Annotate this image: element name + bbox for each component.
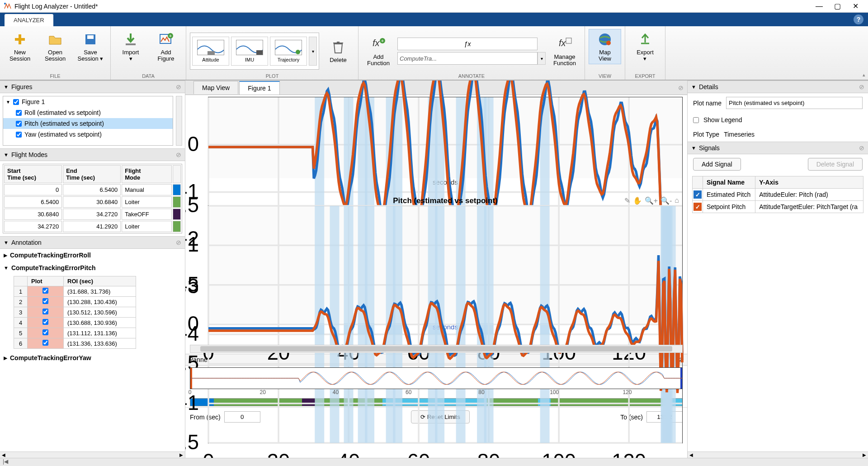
fx-gallery-icon[interactable]: ƒx [397, 38, 538, 50]
map-view-button[interactable]: MapView [589, 29, 621, 64]
plot-roi-checkbox[interactable] [42, 319, 48, 325]
plot-roi-checkbox[interactable] [42, 309, 48, 314]
add-signal-button[interactable]: Add Signal [693, 158, 741, 171]
annotation-row[interactable]: 6(131.336, 133.636) [14, 338, 136, 349]
annotation-table: PlotROI (sec)1(31.688, 31.736)2(130.288,… [14, 276, 136, 349]
svg-text:0: 0 [203, 450, 214, 458]
plot-section-label: PLOT [190, 73, 354, 79]
flight-mode-row[interactable]: 30.684034.2720TakeOFF [4, 209, 181, 220]
brush-icon[interactable]: ✎ [624, 196, 630, 205]
tab-figure1[interactable]: Figure 1 [239, 81, 279, 95]
help-icon[interactable]: ? [854, 14, 863, 24]
chart-scrollbar[interactable] [190, 345, 683, 353]
new-session-button[interactable]: NewSession [4, 29, 36, 64]
figures-item[interactable]: Yaw (estimated vs setpoint) [3, 129, 173, 140]
caret-icon: ▼ [4, 84, 9, 90]
data-section-label: DATA [114, 73, 182, 79]
pitch-chart[interactable]: -1.5-1-0.500.511.5020406080100120 [208, 205, 683, 323]
manage-function-button[interactable]: fx ManageFunction [548, 33, 581, 69]
fx-input[interactable] [397, 52, 538, 65]
close-button[interactable]: ✕ [846, 2, 864, 10]
annotation-header[interactable]: ▼ Annotation ⊘ [0, 236, 185, 249]
collapse-toolstrip-icon[interactable]: ▴ [863, 72, 865, 78]
signals-header[interactable]: ▼ Signals ⊘ [688, 142, 868, 154]
signal-row[interactable]: ✓Setpoint PitchAttitudeTargetEuler: Pitc… [693, 201, 863, 213]
figures-header[interactable]: ▼ Figures ⊘ [0, 81, 185, 93]
import-button[interactable]: Import▾ [114, 29, 147, 64]
gallery-attitude[interactable]: Attitude [192, 37, 229, 66]
figures-item[interactable]: ▼Figure 1 [3, 96, 173, 107]
plot-roi-checkbox[interactable] [42, 329, 48, 335]
fx-more[interactable]: ▾ [538, 52, 546, 65]
svg-text:fx: fx [373, 38, 380, 48]
plot-roi-checkbox[interactable] [42, 298, 48, 304]
tab-analyzer[interactable]: ANALYZER [5, 14, 53, 26]
figures-item[interactable]: Pitch (estimated vs setpoint) [3, 118, 173, 129]
svg-text:40: 40 [337, 450, 360, 458]
svg-rect-8 [208, 51, 215, 55]
annotation-group[interactable]: ▼ComputeTrackingErrorPitch [0, 262, 185, 274]
caret-icon: ▼ [4, 240, 9, 245]
panner-plot[interactable] [190, 367, 683, 389]
chart-title: Pitch (estimated vs setpoint) [208, 196, 683, 205]
figure-checkbox[interactable] [16, 110, 22, 116]
figure-checkbox[interactable] [13, 99, 19, 105]
figures-item[interactable]: Roll (estimated vs setpoint) [3, 107, 173, 118]
svg-rect-9 [256, 50, 263, 55]
annotation-row[interactable]: 2(130.288, 130.436) [14, 297, 136, 307]
signal-checkbox[interactable]: ✓ [693, 203, 702, 211]
tab-map-view[interactable]: Map View [193, 81, 238, 94]
zoom-out-icon[interactable]: 🔍- [660, 196, 672, 205]
minimize-button[interactable]: — [810, 2, 828, 10]
flight-mode-row[interactable]: 06.5400Manual [4, 184, 181, 195]
open-session-button[interactable]: OpenSession [39, 29, 71, 64]
annotation-row[interactable]: 1(31.688, 31.736) [14, 286, 136, 297]
annotation-row[interactable]: 5(131.112, 131.136) [14, 328, 136, 338]
svg-text:0.5: 0.5 [185, 273, 199, 296]
caret-icon: ▼ [691, 145, 696, 151]
signal-checkbox[interactable]: ✓ [693, 190, 702, 199]
close-panel-icon[interactable]: ⊘ [176, 83, 181, 90]
signal-row[interactable]: ✓Estimated PitchAttitudeEuler: Pitch (ra… [693, 189, 863, 201]
add-figure-button[interactable]: + AddFigure [150, 29, 182, 64]
show-legend-label: Show Legend [703, 116, 742, 124]
import-icon [123, 31, 139, 48]
details-header[interactable]: ▼ Details ⊘ [688, 81, 868, 93]
flight-mode-row[interactable]: 6.540030.6840Loiter [4, 196, 181, 208]
svg-text:fx: fx [559, 38, 566, 48]
close-panel-icon[interactable]: ⊘ [859, 83, 864, 90]
add-function-button[interactable]: fx+ AddFunction [362, 33, 395, 69]
close-tab-icon[interactable]: ⊘ [678, 84, 684, 91]
home-icon[interactable]: ⌂ [675, 196, 679, 205]
close-panel-icon[interactable]: ⊘ [176, 151, 181, 158]
pan-icon[interactable]: ✋ [633, 196, 642, 205]
annotation-group[interactable]: ▶ComputeTrackingErrorYaw [0, 352, 185, 364]
export-button[interactable]: Export▾ [629, 29, 661, 64]
gallery-more[interactable]: ▾ [309, 37, 317, 66]
delete-plot-button[interactable]: Delete [322, 37, 354, 66]
annotation-group[interactable]: ▶ComputeTrackingErrorRoll [0, 249, 185, 262]
plot-roi-checkbox[interactable] [42, 340, 48, 346]
show-legend-checkbox[interactable] [693, 117, 699, 123]
roll-chart[interactable]: -4-3-2-10020406080100120 [208, 97, 683, 178]
plot-name-input[interactable] [726, 97, 863, 109]
flight-mode-row[interactable]: 34.272041.2920Loiter [4, 221, 181, 232]
figure-checkbox[interactable] [16, 132, 22, 138]
gallery-imu[interactable]: IMU [231, 37, 268, 66]
flight-modes-header[interactable]: ▼ Flight Modes ⊘ [0, 148, 185, 161]
signals-table: Signal NameY-Axis✓Estimated PitchAttitud… [692, 176, 863, 213]
figure-checkbox[interactable] [16, 121, 22, 127]
delete-signal-button[interactable]: Delete Signal [808, 158, 863, 171]
annotation-row[interactable]: 3(130.512, 130.596) [14, 307, 136, 318]
plot-roi-checkbox[interactable] [42, 288, 48, 294]
close-panel-icon[interactable]: ⊘ [176, 239, 181, 246]
svg-text:120: 120 [612, 450, 646, 458]
close-panel-icon[interactable]: ⊘ [859, 144, 864, 152]
save-icon [82, 31, 99, 48]
gallery-trajectory[interactable]: Trajectory [270, 37, 307, 66]
zoom-in-icon[interactable]: 🔍+ [645, 196, 658, 205]
annotation-row[interactable]: 4(130.688, 130.936) [14, 318, 136, 328]
save-session-button[interactable]: SaveSession ▾ [74, 29, 107, 64]
maximize-button[interactable]: ▢ [828, 2, 846, 10]
svg-rect-74 [393, 206, 402, 443]
